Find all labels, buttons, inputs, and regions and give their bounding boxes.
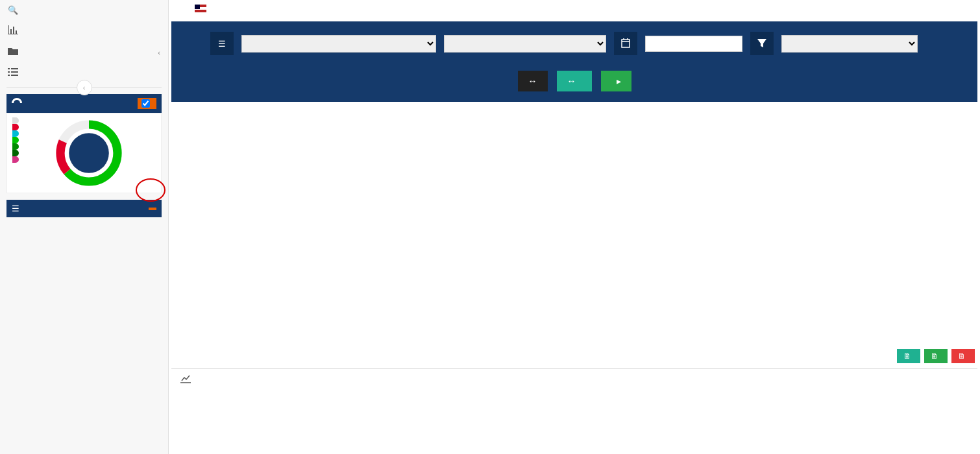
date-input[interactable] <box>645 36 742 52</box>
orm-legend <box>12 117 21 189</box>
rank-chart <box>171 108 977 346</box>
nav-keyword-finder[interactable]: 🔍 <box>0 0 168 20</box>
filter-bar: ☰ ↔ ↔ ▸ <box>171 21 977 102</box>
highlight-circle <box>136 178 165 202</box>
chart-type-select[interactable] <box>241 35 436 53</box>
view-list-icon[interactable]: ☰ <box>210 32 234 55</box>
page-title <box>195 0 974 15</box>
third-party-heading <box>171 368 977 390</box>
nav-serp-sightings[interactable] <box>0 20 168 42</box>
chart-line-icon <box>180 374 191 385</box>
collapse-sidebar-button[interactable]: ‹ <box>77 80 92 95</box>
chart-bars-icon <box>8 25 19 36</box>
export-xls-button[interactable]: 🗎 <box>897 349 920 363</box>
calendar-icon[interactable] <box>614 32 637 55</box>
keyword-select[interactable] <box>444 35 606 53</box>
list-icon <box>8 68 19 78</box>
dashboard-icon <box>12 98 22 109</box>
us-flag-icon <box>195 5 206 12</box>
nav-projects[interactable]: ‹ <box>0 42 168 63</box>
gmode-checkbox[interactable] <box>141 99 150 108</box>
export-pdf-button[interactable]: 🗎 <box>951 349 975 363</box>
chevron-left-icon: ‹ <box>158 49 160 56</box>
orm-stats-panel <box>6 94 162 193</box>
orm-donut-chart <box>21 117 156 189</box>
filter-icon[interactable] <box>750 32 774 55</box>
svg-point-3 <box>69 133 109 173</box>
search-icon: 🔍 <box>8 5 19 15</box>
legend-panel: ☰ <box>6 200 162 217</box>
uncheck-all-button[interactable] <box>149 208 156 210</box>
swap-button[interactable]: ↔ <box>518 71 548 91</box>
view-range-button[interactable]: ↔ <box>557 71 592 91</box>
list-icon: ☰ <box>12 204 19 213</box>
gmode-toggle[interactable] <box>138 98 156 109</box>
folder-icon <box>8 47 19 58</box>
url-range-select[interactable] <box>781 35 918 53</box>
go-button[interactable]: ▸ <box>601 71 631 91</box>
export-csv-button[interactable]: 🗎 <box>924 349 948 363</box>
